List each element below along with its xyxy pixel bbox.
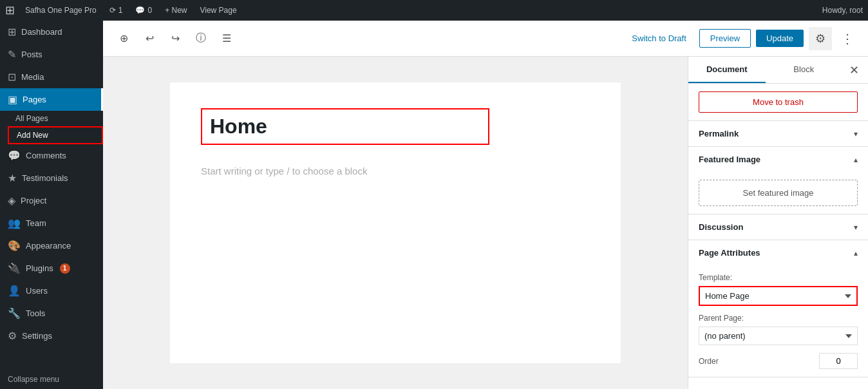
tab-block[interactable]: Block [766,57,843,83]
parent-page-select[interactable]: (no parent) [699,327,858,345]
editor-canvas[interactable]: Start writing or type / to choose a bloc… [103,57,688,389]
permalink-header[interactable]: Permalink ▾ [688,121,868,146]
sidebar-item-media[interactable]: ⊡ Media [0,66,103,88]
testimonials-icon: ★ [8,172,17,184]
sidebar-item-comments[interactable]: 💬 Comments [0,144,103,167]
tab-document[interactable]: Document [688,57,766,83]
template-select[interactable]: Home Page Default Template Blog Contact [699,286,858,306]
switch-to-draft-button[interactable]: Switch to Draft [624,30,694,47]
undo-icon: ↩ [146,32,154,44]
info-button[interactable]: ⓘ [191,28,211,49]
more-options-button[interactable]: ⋮ [837,28,858,49]
sidebar-sub-add-new[interactable]: Add New [8,126,103,144]
view-page-item[interactable]: View Page [197,6,239,15]
sidebar-item-project[interactable]: ◈ Project [0,189,103,212]
editor-area: Start writing or type / to choose a bloc… [103,57,868,389]
comments-icon: 💬 [135,6,145,15]
set-featured-image-button[interactable]: Set featured image [699,180,858,206]
permalink-chevron-icon: ▾ [854,129,858,138]
redo-button[interactable]: ↪ [165,28,185,49]
permalink-section: Permalink ▾ [688,121,868,147]
move-to-trash-section: Move to trash [688,84,868,121]
sidebar-item-label: Team [26,218,46,228]
new-label: + New [165,6,187,15]
sidebar-item-testimonials[interactable]: ★ Testimonials [0,167,103,189]
menu-icon: ☰ [222,32,231,44]
wp-logo-icon: ⊞ [5,3,15,17]
document-panel: Document Block ✕ Move to trash [688,57,868,389]
pages-icon: ▣ [8,93,17,106]
sidebar-sub-all-pages[interactable]: All Pages [8,111,103,126]
sidebar-item-users[interactable]: 👤 Users [0,280,103,302]
appearance-icon: 🎨 [8,240,21,252]
admin-bar: ⊞ Safha One Page Pro ⟳ 1 💬 0 + New View … [0,0,868,21]
preview-button[interactable]: Preview [699,29,751,48]
collapse-menu[interactable]: Collapse menu [0,370,103,389]
permalink-title: Permalink [699,129,739,138]
featured-image-section: Featured Image ▴ Set featured image [688,147,868,214]
plugins-icon: 🔌 [8,262,21,274]
move-to-trash-button[interactable]: Move to trash [699,91,858,113]
featured-image-content: Set featured image [688,172,868,214]
sidebar-item-tools[interactable]: 🔧 Tools [0,302,103,325]
comments-count: 0 [147,6,152,15]
order-row: Order [699,353,858,369]
updates-item[interactable]: ⟳ 1 [107,6,126,15]
dashboard-icon: ⊞ [8,26,16,38]
editor-toolbar: ⊕ ↩ ↪ ⓘ ☰ Switch to Draft Preview Updat [103,21,868,57]
sidebar-item-pages[interactable]: ▣ Pages [0,88,103,111]
sidebar-item-appearance[interactable]: 🎨 Appearance [0,234,103,257]
page-attributes-section: Page Attributes ▴ Template: Home Page De… [688,240,868,377]
move-to-trash-content: Move to trash [688,84,868,120]
comments-nav-icon: 💬 [8,149,21,162]
comments-item[interactable]: 💬 0 [133,6,155,15]
main-layout: ⊞ Dashboard ✎ Posts ⊡ Media ▣ Pages All … [0,21,868,389]
pages-submenu: All Pages Add New [0,111,103,144]
page-attributes-content: Template: Home Page Default Template Blo… [688,265,868,377]
sidebar-item-team[interactable]: 👥 Team [0,212,103,234]
sidebar-item-settings[interactable]: ⚙ Settings [0,325,103,347]
editor-placeholder: Start writing or type / to choose a bloc… [201,166,590,176]
sidebar-item-posts[interactable]: ✎ Posts [0,43,103,66]
project-icon: ◈ [8,194,15,207]
featured-image-header[interactable]: Featured Image ▴ [688,147,868,172]
featured-image-title: Featured Image [699,155,760,164]
sidebar-item-label: Testimonials [22,173,68,183]
site-name[interactable]: Safha One Page Pro [23,6,99,15]
page-title-input[interactable] [201,108,489,145]
sidebar: ⊞ Dashboard ✎ Posts ⊡ Media ▣ Pages All … [0,21,103,389]
menu-button[interactable]: ☰ [216,28,237,49]
posts-icon: ✎ [8,48,16,61]
sidebar-item-label: Settings [22,331,52,341]
sidebar-item-plugins[interactable]: 🔌 Plugins 1 [0,257,103,280]
discussion-chevron-icon: ▾ [854,223,858,232]
panel-tabs: Document Block ✕ [688,57,868,84]
settings-button[interactable]: ⚙ [809,27,832,50]
updates-icon: ⟳ [109,6,116,15]
page-attributes-header[interactable]: Page Attributes ▴ [688,240,868,265]
order-label: Order [699,357,814,366]
redo-icon: ↪ [171,32,180,44]
tools-icon: 🔧 [8,307,21,319]
sidebar-item-label: Appearance [26,241,71,251]
discussion-title: Discussion [699,222,743,232]
info-icon: ⓘ [196,32,206,45]
page-attributes-title: Page Attributes [699,248,760,258]
sidebar-item-label: Tools [26,308,45,318]
sidebar-item-label: Comments [26,151,66,160]
panel-close-button[interactable]: ✕ [842,59,865,82]
settings-icon: ⚙ [815,32,826,46]
parent-page-label: Parent Page: [699,314,858,323]
page-attributes-chevron-icon: ▴ [854,249,858,258]
team-icon: 👥 [8,217,21,229]
order-input[interactable] [819,353,858,369]
more-icon: ⋮ [841,31,854,46]
sidebar-item-label: Dashboard [21,27,62,37]
add-block-button[interactable]: ⊕ [113,28,134,49]
discussion-header[interactable]: Discussion ▾ [688,214,868,240]
undo-button[interactable]: ↩ [139,28,160,49]
new-item[interactable]: + New [162,6,189,15]
site-name-text: Safha One Page Pro [25,6,97,15]
sidebar-item-dashboard[interactable]: ⊞ Dashboard [0,21,103,43]
update-button[interactable]: Update [756,30,804,47]
